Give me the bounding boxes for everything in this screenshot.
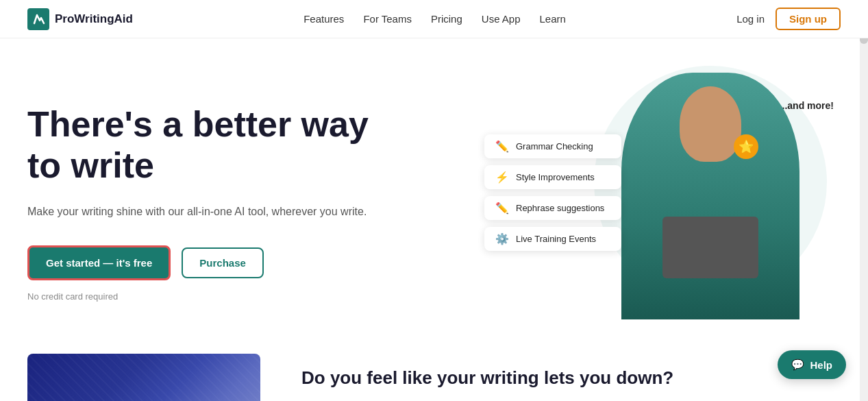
help-button[interactable]: 💬 Help xyxy=(778,350,846,379)
bottom-image xyxy=(27,354,260,401)
nav-links: Features For Teams Pricing Use App Learn xyxy=(303,13,566,25)
help-icon: 💬 xyxy=(791,359,804,371)
bottom-section: Do you feel like your writing lets you d… xyxy=(0,354,868,401)
hero-person-image xyxy=(608,59,813,319)
training-icon: ⚙️ xyxy=(495,232,509,245)
badge-grammar: ✏️ Grammar Checking xyxy=(484,134,621,158)
badge-style-label: Style Improvements xyxy=(516,172,595,182)
purchase-button[interactable]: Purchase xyxy=(182,247,264,278)
navbar: ProWritingAid Features For Teams Pricing… xyxy=(0,0,868,38)
logo-text: ProWritingAid xyxy=(55,12,133,26)
style-icon: ⚡ xyxy=(495,171,509,184)
nav-pricing[interactable]: Pricing xyxy=(431,13,462,25)
hero-section: There's a better way to write Make your … xyxy=(0,38,868,354)
person-body xyxy=(621,73,799,319)
nav-learn[interactable]: Learn xyxy=(540,13,566,25)
hero-subtitle: Make your writing shine with our all-in-… xyxy=(27,203,384,221)
nav-actions: Log in Sign up xyxy=(736,8,841,30)
bottom-image-overlay xyxy=(27,354,260,401)
badge-style: ⚡ Style Improvements xyxy=(484,165,621,189)
scrollbar[interactable] xyxy=(860,0,868,401)
login-link[interactable]: Log in xyxy=(736,13,765,25)
star-badge: ⭐ xyxy=(734,134,758,159)
nav-use-app[interactable]: Use App xyxy=(482,13,521,25)
hero-left: There's a better way to write Make your … xyxy=(27,104,384,301)
badge-grammar-label: Grammar Checking xyxy=(516,141,593,151)
grammar-icon: ✏️ xyxy=(495,140,509,153)
badge-training-label: Live Training Events xyxy=(516,234,596,244)
hero-title: There's a better way to write xyxy=(27,104,384,186)
person-laptop xyxy=(662,217,758,278)
logo-link[interactable]: ProWritingAid xyxy=(27,8,133,30)
badge-rephrase: ✏️ Rephrase suggestions xyxy=(484,196,621,220)
hero-buttons: Get started — it's free Purchase xyxy=(27,245,384,280)
nav-features[interactable]: Features xyxy=(303,13,344,25)
bottom-title: Do you feel like your writing lets you d… xyxy=(301,367,673,389)
rephrase-icon: ✏️ xyxy=(495,202,509,215)
get-started-button[interactable]: Get started — it's free xyxy=(27,245,171,280)
badge-training: ⚙️ Live Training Events xyxy=(484,227,621,251)
logo-icon xyxy=(27,8,49,30)
feature-badges: ✏️ Grammar Checking ⚡ Style Improvements… xyxy=(484,134,621,251)
hero-note: No credit card required xyxy=(27,291,384,302)
hero-right: ...and more! ⭐ ✏️ Grammar Checking ⚡ Sty… xyxy=(484,80,841,326)
nav-for-teams[interactable]: For Teams xyxy=(363,13,412,25)
signup-button[interactable]: Sign up xyxy=(776,8,841,30)
badge-rephrase-label: Rephrase suggestions xyxy=(516,203,604,213)
person-head xyxy=(680,86,741,162)
bottom-right: Do you feel like your writing lets you d… xyxy=(301,354,673,389)
help-label: Help xyxy=(810,359,832,371)
